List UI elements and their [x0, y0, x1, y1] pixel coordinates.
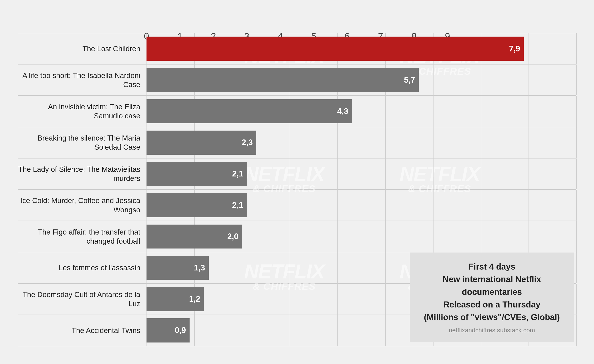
grid-line-6 — [433, 127, 433, 158]
bar-label-6: The Figo affair: the transfer that chang… — [18, 228, 147, 246]
bar-track-6: 2,0 — [147, 221, 576, 252]
grid-line-2 — [242, 284, 242, 315]
grid-line-5 — [385, 96, 386, 127]
bar-row-3: Breaking the silence: The Maria Soledad … — [18, 127, 576, 158]
bar-value-6: 2,0 — [227, 232, 242, 241]
bar-label-8: The Doomsday Cult of Antares de la Luz — [18, 290, 147, 308]
bar-fill-8: 1,2 — [147, 287, 204, 311]
grid-line-7 — [481, 127, 481, 158]
grid-line-5 — [385, 158, 386, 189]
bar-fill-1: 5,7 — [147, 68, 419, 92]
bar-value-9: 0,9 — [175, 326, 189, 335]
bar-row-4: The Lady of Silence: The Mataviejitas mu… — [18, 158, 576, 189]
bar-row-0: The Lost Children7,9 — [18, 33, 576, 64]
bar-value-8: 1,2 — [189, 294, 204, 304]
legend-box: First 4 daysNew international Netflix do… — [410, 253, 574, 342]
grid-line-4 — [338, 190, 338, 221]
grid-line-5 — [385, 190, 386, 221]
grid-line-8 — [528, 127, 529, 158]
bar-fill-9: 0,9 — [147, 318, 189, 343]
bar-track-4: 2,1 — [147, 158, 576, 189]
bar-value-1: 5,7 — [404, 75, 419, 85]
bar-track-5: 2,1 — [147, 190, 576, 221]
bar-track-1: 5,7 — [147, 65, 576, 95]
grid-line-9 — [576, 127, 577, 158]
bar-label-5: Ice Cold: Murder, Coffee and Jessica Won… — [18, 196, 147, 214]
grid-line-3 — [290, 158, 290, 189]
bar-fill-2: 4,3 — [147, 99, 352, 124]
grid-line-3 — [290, 252, 290, 283]
grid-line-9 — [576, 221, 577, 252]
grid-line-8 — [528, 190, 529, 221]
grid-line-7 — [481, 65, 481, 95]
grid-line-6 — [433, 65, 433, 95]
grid-line-4 — [338, 158, 338, 189]
grid-line-5 — [385, 284, 386, 315]
grid-line-6 — [433, 158, 433, 189]
grid-line-4 — [338, 127, 338, 158]
grid-line-5 — [385, 252, 386, 283]
grid-line-7 — [481, 158, 481, 189]
grid-line-9 — [576, 158, 577, 189]
bar-value-2: 4,3 — [337, 107, 352, 116]
bar-fill-3: 2,3 — [147, 130, 256, 155]
grid-line-4 — [338, 221, 338, 252]
bar-row-2: An invisible victim: The Eliza Samudio c… — [18, 95, 576, 127]
grid-line-8 — [528, 96, 529, 127]
bar-label-3: Breaking the silence: The Maria Soledad … — [18, 133, 147, 152]
grid-line-3 — [290, 221, 290, 252]
axis-top: 0123456789 — [18, 13, 576, 31]
grid-line-9 — [576, 96, 577, 127]
grid-line-2 — [242, 315, 242, 346]
grid-line-3 — [290, 190, 290, 221]
bar-value-0: 7,9 — [509, 44, 524, 53]
grid-line-9 — [576, 252, 577, 283]
chart-container: NETFLIX& CHIFFRES NETFLIX& CHIFFRES NETF… — [0, 0, 594, 364]
grid-line-7 — [481, 221, 481, 252]
bar-fill-4: 2,1 — [147, 162, 247, 186]
grid-line-7 — [481, 190, 481, 221]
bar-fill-6: 2,0 — [147, 225, 242, 249]
grid-line-3 — [290, 284, 290, 315]
grid-line-4 — [338, 284, 338, 315]
bar-row-6: The Figo affair: the transfer that chang… — [18, 221, 576, 252]
bar-label-2: An invisible victim: The Eliza Samudio c… — [18, 102, 147, 121]
grid-line-9 — [576, 190, 577, 221]
bar-label-9: The Accidental Twins — [18, 326, 147, 335]
bar-label-1: A life too short: The Isabella Nardoni C… — [18, 71, 147, 89]
grid-line-5 — [385, 127, 386, 158]
bar-row-1: A life too short: The Isabella Nardoni C… — [18, 64, 576, 95]
grid-line-9 — [576, 315, 577, 346]
bar-fill-5: 2,1 — [147, 193, 247, 217]
grid-line-2 — [242, 221, 242, 252]
grid-line-3 — [290, 315, 290, 346]
grid-line-9 — [576, 65, 577, 95]
bar-track-2: 4,3 — [147, 96, 576, 127]
bar-fill-0: 7,9 — [147, 37, 524, 61]
grid-line-5 — [385, 221, 386, 252]
grid-line-4 — [338, 315, 338, 346]
bar-label-7: Les femmes et l'assassin — [18, 263, 147, 272]
bar-value-3: 2,3 — [242, 138, 256, 147]
legend-title: First 4 daysNew international Netflix do… — [421, 260, 563, 324]
grid-line-9 — [576, 284, 577, 315]
grid-line-6 — [433, 221, 433, 252]
bar-track-3: 2,3 — [147, 127, 576, 158]
grid-line-3 — [290, 127, 290, 158]
bar-track-0: 7,9 — [147, 33, 576, 64]
grid-line-4 — [338, 252, 338, 283]
grid-line-6 — [433, 96, 433, 127]
grid-line-6 — [433, 190, 433, 221]
grid-line-2 — [242, 252, 242, 283]
bar-label-0: The Lost Children — [18, 44, 147, 53]
grid-line-8 — [528, 65, 529, 95]
grid-line-9 — [576, 33, 577, 64]
bar-value-7: 1,3 — [194, 263, 209, 273]
grid-line-8 — [528, 221, 529, 252]
grid-line-5 — [385, 315, 386, 346]
grid-line-8 — [528, 33, 529, 64]
grid-line-1 — [194, 315, 195, 346]
grid-line-7 — [481, 96, 481, 127]
bar-value-4: 2,1 — [232, 169, 247, 178]
bar-value-5: 2,1 — [232, 201, 247, 210]
